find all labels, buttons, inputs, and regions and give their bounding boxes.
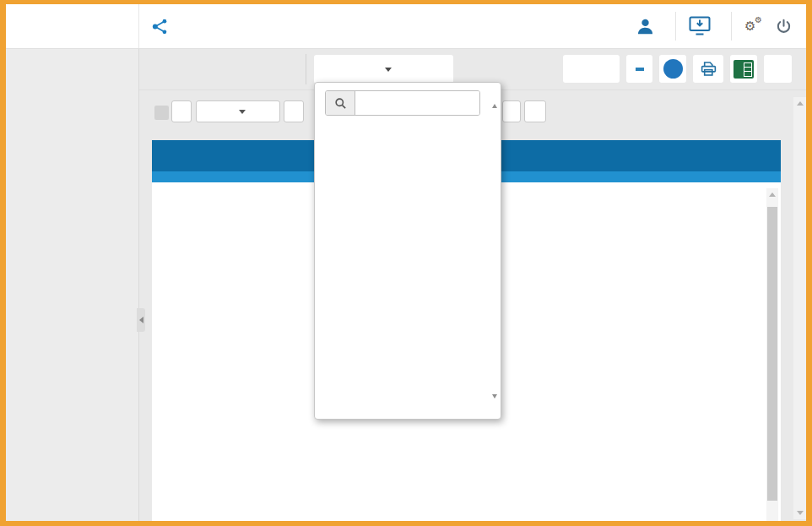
- dimensionvalue-dropdown-panel: [314, 82, 501, 420]
- top-bar-main: ⚙⚙: [139, 4, 806, 48]
- divider: [731, 12, 732, 41]
- period-selector[interactable]: [196, 100, 280, 122]
- data-source-status: [689, 16, 718, 36]
- export-excel-button[interactable]: [730, 55, 757, 83]
- decimals-label: [636, 68, 644, 71]
- settings-button[interactable]: ⚙⚙: [744, 19, 766, 34]
- scrollbar-thumb[interactable]: [767, 207, 777, 501]
- user-icon: [635, 16, 656, 37]
- scroll-down-icon[interactable]: [492, 399, 497, 414]
- divider: [675, 12, 676, 41]
- next-period-button[interactable]: [284, 100, 304, 122]
- chevron-down-icon: [239, 110, 246, 114]
- table-scrollbar[interactable]: [766, 188, 778, 521]
- print-button[interactable]: [693, 55, 723, 83]
- select-dimensionvalue-button[interactable]: [314, 55, 453, 84]
- report-actions: [563, 55, 792, 83]
- power-icon: [775, 18, 793, 35]
- chevron-down-icon: [385, 68, 392, 72]
- scroll-up-icon[interactable]: [793, 97, 806, 110]
- search-input[interactable]: [355, 91, 479, 115]
- scroll-up-icon[interactable]: [492, 89, 497, 105]
- scale-currency-button[interactable]: [563, 55, 620, 83]
- logo[interactable]: [6, 4, 139, 48]
- sidebar-collapse-handle[interactable]: [137, 308, 145, 332]
- last-page-button[interactable]: [524, 100, 546, 122]
- data-import-icon: [689, 16, 711, 36]
- help-button[interactable]: [659, 55, 686, 83]
- gear-icon: ⚙: [755, 15, 762, 24]
- chevron-left-icon: [139, 317, 143, 323]
- page-scrollbar[interactable]: [793, 97, 806, 519]
- scroll-up-icon[interactable]: [766, 188, 778, 201]
- decimals-button[interactable]: [626, 55, 652, 83]
- divider: [306, 54, 306, 84]
- export-pdf-button[interactable]: [764, 55, 792, 83]
- top-bar: ⚙⚙: [6, 4, 806, 49]
- prev-period-button[interactable]: [171, 100, 192, 122]
- add-button[interactable]: [154, 106, 169, 120]
- share-icon: [152, 19, 168, 35]
- sidebar: [6, 49, 139, 521]
- printer-icon: [698, 59, 719, 79]
- dropdown-search: [325, 90, 480, 116]
- scroll-down-icon[interactable]: [793, 507, 806, 519]
- next-page-button[interactable]: [502, 100, 521, 122]
- user-menu[interactable]: [635, 16, 663, 37]
- question-mark-icon: [663, 59, 683, 79]
- excel-icon: [734, 60, 754, 79]
- browser-viewport: { "topbar": { "logo": { "brand": "report…: [0, 0, 812, 526]
- search-icon: [326, 91, 355, 115]
- logout-button[interactable]: [775, 18, 793, 35]
- app-window: ⚙⚙: [6, 4, 806, 521]
